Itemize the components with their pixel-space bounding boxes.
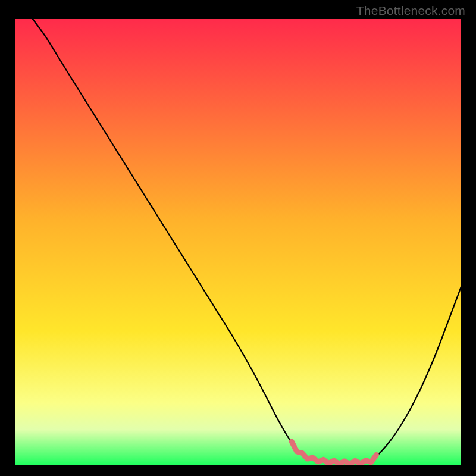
watermark-text: TheBottleneck.com <box>356 4 465 18</box>
plot-area <box>15 19 461 465</box>
chart-frame: TheBottleneck.com <box>0 0 476 476</box>
chart-svg <box>15 19 461 465</box>
gradient-background <box>15 19 461 465</box>
